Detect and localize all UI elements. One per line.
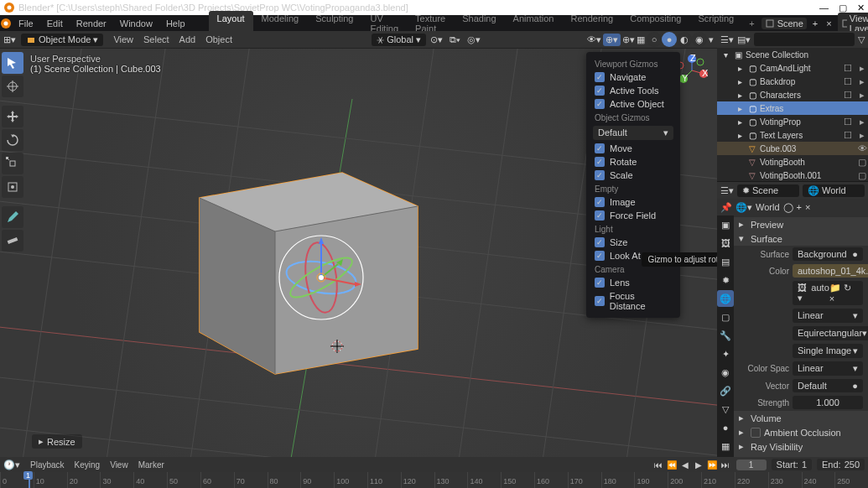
tl-menu-keying[interactable]: Keying: [70, 460, 106, 470]
image-browse[interactable]: 🖼▾auto📁 ↻ ×: [793, 281, 863, 305]
viewport-3d[interactable]: ⊞▾ Object Mode▾ ViewSelectAddObject ⚹Glo…: [0, 31, 717, 457]
opt-move[interactable]: ✓Move: [586, 142, 680, 155]
jump-next-key[interactable]: ⏩: [706, 460, 718, 470]
opt-rotate[interactable]: ✓Rotate Gizmo to adjust rotation.: [586, 155, 680, 169]
panel-rayvis[interactable]: ▸Ray Visibility: [734, 439, 868, 454]
colorspace[interactable]: Linear▾: [793, 361, 863, 376]
opt-navigate[interactable]: ✓Navigate: [586, 70, 680, 84]
outliner-item[interactable]: ▸▢VotingProp☐▸: [717, 115, 868, 128]
jump-start[interactable]: ⏮: [652, 460, 664, 470]
scene-del[interactable]: ×: [824, 18, 834, 29]
mode-dropdown[interactable]: Object Mode▾: [21, 34, 103, 46]
outliner-item[interactable]: ▽VotingBooth.001▢: [717, 169, 868, 181]
tl-menu-marker[interactable]: Marker: [133, 460, 169, 470]
outliner-item[interactable]: ▸▢Backdrop☐▸: [717, 75, 868, 88]
outliner-search[interactable]: [754, 33, 855, 46]
orientation-dropdown[interactable]: ⚹Global▾: [372, 34, 426, 46]
outliner-filter[interactable]: ▽: [858, 34, 865, 45]
world-pin[interactable]: 🌐World: [803, 184, 865, 197]
menu-edit[interactable]: Edit: [40, 17, 70, 30]
opt-image[interactable]: ✓Image: [586, 195, 680, 209]
tab-particles[interactable]: ✦: [717, 345, 734, 362]
measure-tool[interactable]: [2, 230, 23, 252]
tl-menu-playback[interactable]: Playback: [25, 460, 70, 470]
scale-tool[interactable]: [2, 153, 23, 174]
object-gizmo-orient[interactable]: Default▾: [593, 126, 673, 140]
snap-toggle[interactable]: ⧉▾: [447, 34, 463, 45]
tab-texture[interactable]: ▦: [717, 438, 734, 454]
outliner-display-mode[interactable]: ▤▾: [737, 34, 751, 45]
outliner-item[interactable]: ▽VotingBooth▢: [717, 155, 868, 169]
editor-type-icon[interactable]: ⊞▾: [3, 34, 16, 45]
opt-lens[interactable]: ✓Lens: [586, 276, 680, 289]
tab-viewlayer[interactable]: ▤: [717, 253, 734, 270]
panel-surface[interactable]: ▾Surface: [734, 231, 868, 246]
tab-constraints[interactable]: 🔗: [717, 382, 734, 399]
outliner-item[interactable]: ▸▢CamAndLight☐▸: [717, 61, 868, 75]
blender-icon[interactable]: [0, 18, 12, 29]
proportional-toggle[interactable]: ◎▾: [465, 34, 483, 45]
opt-forcefield[interactable]: ✓Force Field: [586, 209, 680, 222]
tab-scene[interactable]: ✹: [717, 272, 734, 288]
vector[interactable]: Default●: [793, 379, 863, 392]
opt-focus[interactable]: ✓Focus Distance: [586, 289, 680, 313]
scene-pin[interactable]: ✹Scene: [737, 184, 799, 197]
cursor-tool[interactable]: [2, 75, 23, 97]
tab-physics[interactable]: ◉: [717, 364, 734, 381]
tab-world[interactable]: 🌐: [717, 290, 734, 307]
menu-file[interactable]: File: [12, 17, 40, 30]
timeline-track[interactable]: 0102030405060708090100110120130140150160…: [0, 472, 868, 488]
panel-preview[interactable]: ▸Preview: [734, 217, 868, 231]
menu-window[interactable]: Window: [113, 17, 159, 30]
vp-menu-object[interactable]: Object: [200, 34, 237, 44]
timeline-type-icon[interactable]: 🕐▾: [3, 459, 20, 470]
outliner-item[interactable]: ▽Cube.003👁: [717, 142, 868, 155]
outliner-item[interactable]: ▸▢Text Layers☐▸: [717, 128, 868, 142]
scene-selector[interactable]: Scene: [761, 18, 807, 29]
projection[interactable]: Equirectangular▾: [793, 326, 868, 340]
select-box-tool[interactable]: [2, 52, 23, 74]
opt-size[interactable]: ✓Size: [586, 236, 680, 249]
surface-type[interactable]: Background●: [793, 247, 863, 261]
end-frame[interactable]: End:250: [817, 459, 865, 470]
last-op-panel[interactable]: ▸Resize: [32, 434, 82, 449]
interp[interactable]: Linear▾: [793, 309, 863, 323]
start-frame[interactable]: Start:1: [772, 459, 812, 470]
rotate-tool[interactable]: [2, 129, 23, 151]
strength[interactable]: 1.000: [793, 396, 863, 409]
menu-render[interactable]: Render: [70, 17, 113, 30]
play[interactable]: ▶: [693, 460, 704, 470]
annotate-tool[interactable]: [2, 206, 23, 228]
tab-render[interactable]: ▣: [717, 216, 734, 233]
outliner-root[interactable]: ▾▣Scene Collection: [717, 48, 868, 61]
workspace-add[interactable]: +: [742, 18, 761, 29]
panel-volume[interactable]: ▸Volume: [734, 411, 868, 425]
panel-ao[interactable]: ▸Ambient Occlusion: [734, 425, 868, 439]
vp-menu-select[interactable]: Select: [138, 34, 174, 44]
panel-settings[interactable]: ▸Settings: [734, 454, 868, 457]
shading-options[interactable]: ▾: [709, 34, 714, 45]
move-tool[interactable]: [2, 106, 23, 127]
playhead[interactable]: [29, 472, 30, 488]
opt-scale[interactable]: ✓Scale: [586, 169, 680, 182]
outliner-item[interactable]: ▸▢Characters☐▸: [717, 88, 868, 101]
tl-menu-view[interactable]: View: [105, 460, 133, 470]
tab-object[interactable]: ▢: [717, 309, 734, 325]
vp-menu-view[interactable]: View: [108, 34, 138, 44]
tab-data[interactable]: ▽: [717, 401, 734, 418]
opt-active-object[interactable]: ✓Active Object: [586, 97, 680, 111]
current-frame[interactable]: 1: [736, 459, 767, 470]
tab-output[interactable]: 🖼: [717, 235, 734, 252]
play-reverse[interactable]: ◀: [679, 460, 691, 470]
vp-menu-add[interactable]: Add: [174, 34, 201, 44]
tab-material[interactable]: ●: [717, 419, 734, 436]
outliner-item[interactable]: ▸▢Extras: [717, 101, 868, 115]
outliner-type-icon[interactable]: ☰▾: [720, 34, 734, 45]
view-object-types[interactable]: 👁▾: [587, 34, 601, 45]
single-image[interactable]: Single Image▾: [793, 344, 863, 358]
color-image[interactable]: autoshop_01_4k.hdr●: [793, 264, 868, 278]
scene-add[interactable]: +: [810, 18, 820, 29]
tab-modifiers[interactable]: 🔧: [717, 327, 734, 344]
transform-tool[interactable]: [2, 176, 23, 198]
world-datablock[interactable]: 📌🌐▾World◯+×: [717, 199, 868, 215]
